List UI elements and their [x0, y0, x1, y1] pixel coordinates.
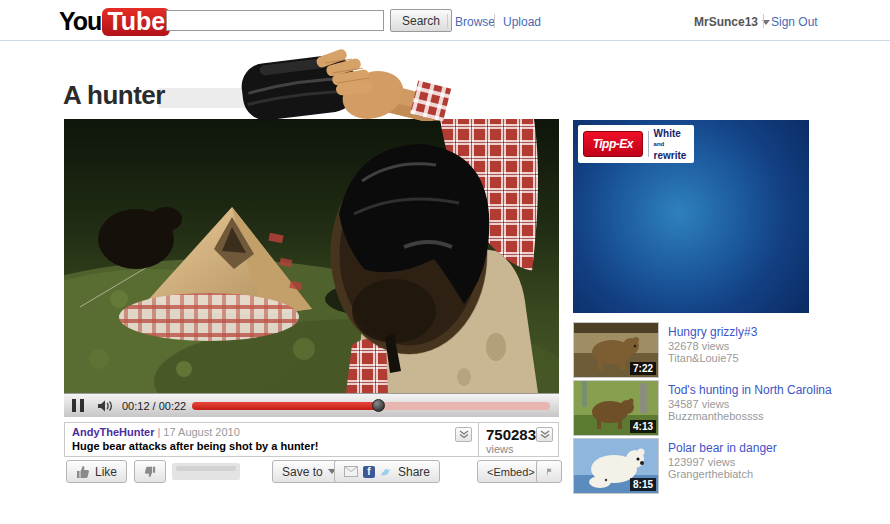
- related-title-link[interactable]: Hungry grizzly#3: [668, 325, 880, 339]
- nav-upload-link[interactable]: Upload: [503, 15, 541, 29]
- expand-description-button[interactable]: [455, 427, 472, 442]
- flag-icon: [546, 465, 552, 478]
- duration-badge: 4:13: [630, 420, 656, 433]
- title-ghost-bar: [158, 88, 340, 108]
- related-video-row: 7:22 Hungry grizzly#3 32678 views Titan&…: [573, 322, 883, 378]
- progress-scrubber[interactable]: [372, 399, 385, 412]
- views-count: 750283: [486, 426, 536, 443]
- video-screen[interactable]: [64, 119, 559, 393]
- related-thumbnail-hunting[interactable]: 4:13: [573, 380, 659, 436]
- like-label: Like: [95, 465, 117, 479]
- header-divider: [494, 14, 495, 28]
- chevron-double-down-icon: [540, 430, 550, 439]
- youtube-logo[interactable]: You Tube: [59, 7, 170, 36]
- video-description: Huge bear attacks after being shot by a …: [72, 440, 318, 452]
- upload-date: 17 August 2010: [163, 426, 239, 438]
- hand-holding-tippex-pouch: [230, 49, 458, 121]
- tagline-rewrite: rewrite: [654, 150, 687, 161]
- video-frame-forest-scene: [64, 119, 559, 393]
- duration-badge: 8:15: [630, 478, 656, 491]
- ad-tagline: White and rewrite: [654, 128, 694, 161]
- related-thumbnail-grizzly[interactable]: 7:22: [573, 322, 659, 378]
- related-uploader: Grangerthebiatch: [668, 468, 753, 480]
- ad-logo-divider: [648, 131, 649, 157]
- progress-fill: [192, 402, 378, 410]
- uploader-link[interactable]: AndyTheHunter: [72, 426, 155, 438]
- pause-button[interactable]: [72, 399, 90, 413]
- thumb-down-icon: [144, 465, 156, 479]
- embed-label: <Embed>: [487, 466, 535, 478]
- ratings-placeholder: [172, 463, 240, 480]
- thumb-up-icon: [76, 465, 90, 479]
- username-label: MrSunce13: [694, 15, 758, 29]
- account-menu[interactable]: MrSunce13: [694, 15, 770, 29]
- expand-stats-button[interactable]: [536, 427, 553, 442]
- dislike-button[interactable]: [134, 460, 166, 483]
- related-video-row: 4:13 Tod's hunting in North Carolina 345…: [573, 380, 883, 436]
- related-uploader: Titan&Louie75: [668, 352, 739, 364]
- progress-track[interactable]: [192, 402, 550, 410]
- related-title-link[interactable]: Tod's hunting in North Carolina: [668, 383, 880, 397]
- related-thumbnail-polar-bear[interactable]: 8:15: [573, 438, 659, 494]
- related-uploader: Buzzmanthebossss: [668, 410, 763, 422]
- volume-icon: [97, 399, 115, 413]
- player-control-bar: 00:12 / 00:22: [64, 393, 559, 417]
- related-views: 32678 views: [668, 340, 729, 352]
- info-divider: [478, 423, 479, 456]
- related-title-link[interactable]: Polar bear in danger: [668, 441, 880, 455]
- duration-badge: 7:22: [630, 362, 656, 375]
- tippex-logo-box: Tipp-Ex White and rewrite: [578, 125, 694, 163]
- logo-you-text: You: [59, 7, 101, 36]
- uploader-line: AndyTheHunter|17 August 2010: [72, 426, 240, 438]
- video-info-box: AndyTheHunter|17 August 2010 Huge bear a…: [64, 422, 559, 457]
- twitter-bird-icon: [380, 466, 393, 477]
- search-button[interactable]: Search: [390, 9, 452, 32]
- volume-button[interactable]: [97, 399, 115, 413]
- chevron-double-down-icon: [459, 430, 469, 439]
- facebook-icon: f: [363, 466, 375, 478]
- nav-browse-link[interactable]: Browse: [455, 15, 495, 29]
- related-views: 123997 views: [668, 456, 735, 468]
- header-divider: [447, 14, 448, 28]
- related-views: 34587 views: [668, 398, 729, 410]
- envelope-icon: [344, 466, 358, 477]
- tagline-and: and: [654, 141, 665, 147]
- video-title: A hunter: [63, 80, 165, 111]
- youtube-watch-page: You Tube Search Browse Upload MrSunce13 …: [0, 0, 890, 524]
- save-to-label: Save to: [282, 465, 323, 479]
- tippex-brand: Tipp-Ex: [583, 131, 643, 157]
- logo-tube-text: Tube: [102, 8, 170, 36]
- hunter-arm-overlay: [230, 49, 458, 121]
- views-label: views: [486, 443, 514, 455]
- related-video-row: 8:15 Polar bear in danger 123997 views G…: [573, 438, 883, 494]
- embed-button[interactable]: <Embed>: [477, 460, 545, 483]
- share-label: Share: [398, 465, 430, 479]
- time-display: 00:12 / 00:22: [122, 400, 186, 412]
- sign-out-link[interactable]: Sign Out: [771, 15, 818, 29]
- flag-button[interactable]: [536, 460, 562, 483]
- like-button[interactable]: Like: [66, 460, 127, 483]
- header: You Tube Search Browse Upload MrSunce13 …: [0, 0, 890, 41]
- tagline-white: White: [654, 128, 681, 139]
- share-button[interactable]: f Share: [334, 460, 440, 483]
- header-divider: [763, 14, 764, 28]
- tippex-ad-banner[interactable]: Tipp-Ex White and rewrite: [573, 120, 809, 313]
- video-player[interactable]: 00:12 / 00:22: [64, 119, 559, 417]
- search-input[interactable]: [166, 10, 384, 31]
